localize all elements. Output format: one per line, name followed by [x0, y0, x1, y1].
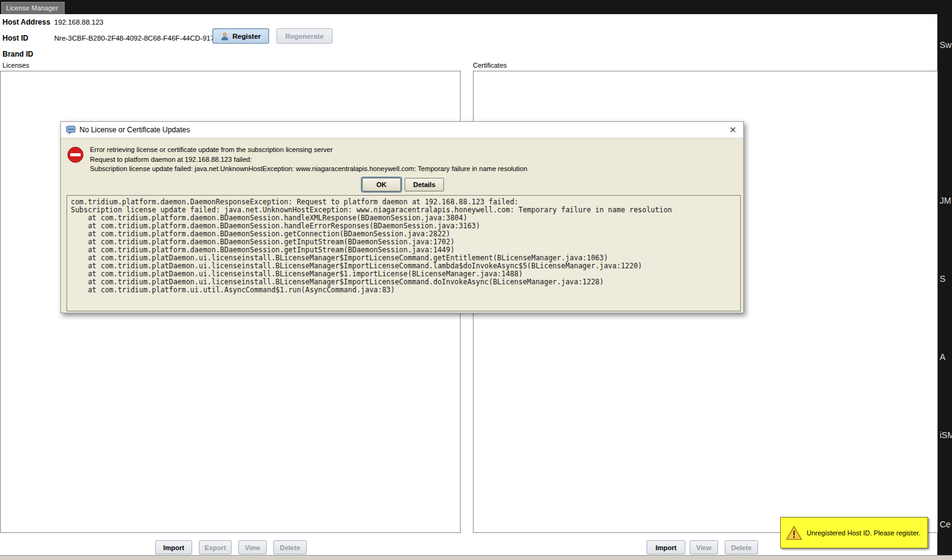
error-dialog-title: No License or Certificate Updates: [79, 126, 727, 134]
register-button[interactable]: Register: [212, 28, 269, 44]
unregistered-host-notification[interactable]: Unregistered Host ID. Please register.: [780, 517, 928, 548]
dialog-close-icon[interactable]: ✕: [727, 124, 738, 135]
licenses-import-button[interactable]: Import: [155, 540, 192, 554]
licenses-export-button[interactable]: Export: [199, 540, 232, 554]
side-label: S: [940, 274, 945, 284]
stack-trace-panel[interactable]: com.tridium.platform.daemon.DaemonRespon…: [67, 195, 741, 311]
register-button-label: Register: [232, 33, 260, 40]
error-dialog-titlebar[interactable]: No License or Certificate Updates ✕: [61, 122, 743, 138]
error-message: Error retrieving license or certificate …: [90, 145, 527, 174]
certificates-delete-button[interactable]: Delete: [725, 540, 758, 554]
side-label: JM: [940, 196, 951, 206]
host-address-value: 192.168.88.123: [54, 18, 103, 26]
regenerate-button-label: Regenerate: [285, 33, 324, 40]
details-button[interactable]: Details: [405, 178, 444, 191]
notification-text: Unregistered Host ID. Please register.: [807, 529, 921, 537]
warning-icon: [786, 526, 802, 540]
side-label: A: [940, 352, 945, 362]
bottom-status-strip: [0, 555, 952, 560]
ok-button[interactable]: OK: [362, 178, 401, 191]
regenerate-button[interactable]: Regenerate: [276, 28, 333, 44]
error-icon: [67, 146, 84, 163]
licenses-delete-button[interactable]: Delete: [273, 540, 307, 554]
error-dialog: No License or Certificate Updates ✕ Erro…: [60, 121, 744, 313]
stack-trace-line: at com.tridium.platform.ui.util.AsyncCom…: [71, 286, 736, 294]
licenses-section-label: Licenses: [2, 62, 29, 69]
licenses-view-button[interactable]: View: [238, 540, 267, 554]
certificates-view-button[interactable]: View: [690, 540, 718, 554]
error-message-line: Subscription license update failed: java…: [90, 164, 527, 174]
host-address-label: Host Address: [2, 18, 50, 26]
host-id-value: Nre-3CBF-B280-2F48-4092-8C68-F46F-44CD-9…: [54, 34, 219, 42]
tab-license-manager[interactable]: License Manager: [1, 2, 65, 14]
side-label: Sw: [940, 40, 951, 50]
host-id-label: Host ID: [2, 34, 28, 42]
side-label: iSM: [940, 430, 952, 440]
dialog-app-icon: [66, 125, 76, 135]
side-label: Ce: [940, 519, 951, 529]
error-message-line: Request to platform daemon at 192.168.88…: [90, 155, 527, 165]
certificates-import-button[interactable]: Import: [647, 540, 685, 554]
certificates-section-label: Certificates: [473, 62, 507, 69]
error-message-line: Error retrieving license or certificate …: [90, 145, 527, 155]
brand-id-label: Brand ID: [2, 50, 33, 58]
register-user-icon: [220, 32, 229, 41]
